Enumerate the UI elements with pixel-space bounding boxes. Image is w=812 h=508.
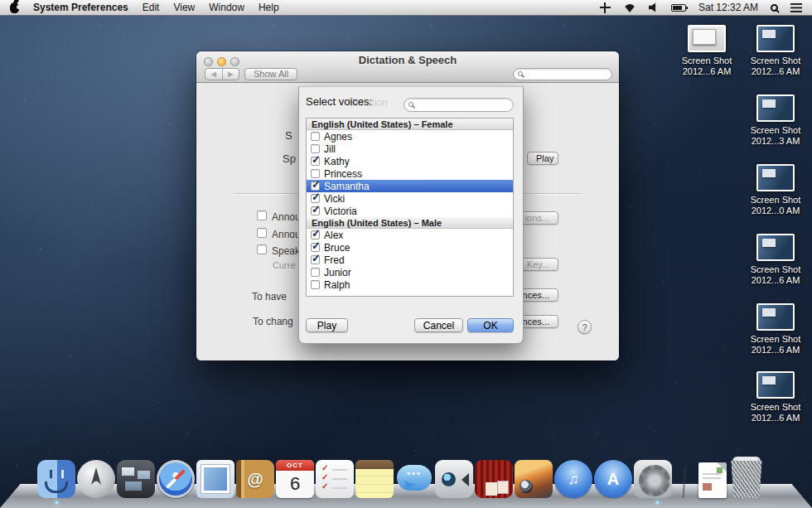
voice-row[interactable]: Princess <box>307 167 513 180</box>
file-thumbnail <box>756 303 795 331</box>
desktop: System Preferences Edit View Window Help… <box>0 0 812 508</box>
checkbox[interactable]: ✓ <box>311 206 320 215</box>
checkbox[interactable]: ✓ <box>311 194 320 203</box>
battery-icon[interactable] <box>671 4 686 12</box>
file-thumbnail <box>756 164 795 191</box>
checkbox[interactable]: ✓ <box>311 255 320 264</box>
voice-row[interactable]: ✓Victoria <box>307 205 513 217</box>
voice-row[interactable]: Agnes <box>307 130 513 143</box>
toolbar-search-field[interactable] <box>513 68 612 80</box>
dock-reminders-icon[interactable] <box>316 460 354 498</box>
window-titlebar[interactable]: Dictation & Speech ◀ ▶ Show All <box>196 51 619 83</box>
dock-finder-icon[interactable] <box>37 460 75 498</box>
calendar-day: 6 <box>276 471 314 496</box>
dock-system-preferences-icon[interactable] <box>634 460 672 498</box>
checkbox[interactable] <box>311 132 320 141</box>
checkbox[interactable]: ✓ <box>311 181 320 191</box>
file-thumbnail <box>756 94 795 122</box>
status-menus: Sat 12:32 AM <box>600 0 802 15</box>
obscured-checkbox[interactable] <box>257 210 267 220</box>
forward-icon[interactable]: ▶ <box>223 69 239 80</box>
wifi-icon[interactable] <box>623 4 636 19</box>
checkbox[interactable] <box>311 268 320 277</box>
dock-trash-icon[interactable] <box>730 457 763 498</box>
file-label: Screen Shot2012...0 AM <box>743 195 808 216</box>
voice-search-field[interactable] <box>404 98 514 112</box>
menu-help[interactable]: Help <box>259 2 279 13</box>
sheet-play-button[interactable]: Play <box>306 318 348 332</box>
search-icon <box>518 71 523 76</box>
voice-row[interactable]: ✓Kathy <box>307 155 513 167</box>
a-glyph: A <box>594 460 632 498</box>
dock-messages-icon[interactable]: ••• <box>395 460 433 498</box>
desktop-file-icon[interactable]: Screen Shot2012...3 AM <box>743 94 808 147</box>
dock-launchpad-icon[interactable] <box>77 460 115 498</box>
dock-contacts-icon[interactable]: @ <box>236 460 274 498</box>
dock-safari-icon[interactable] <box>157 460 195 498</box>
voice-row-selected[interactable]: ✓Samantha <box>307 180 513 192</box>
dock-document-icon[interactable] <box>698 462 727 498</box>
music-note-glyph: ♫ <box>554 460 592 498</box>
cancel-button[interactable]: Cancel <box>414 318 463 332</box>
obscured-checkbox[interactable] <box>257 228 267 238</box>
ellipsis-glyph: ••• <box>395 468 433 478</box>
checkbox[interactable] <box>311 169 320 178</box>
desktop-file-icon[interactable]: Screen Shot2012...6 AM <box>743 371 808 423</box>
play-voice-button[interactable]: Play <box>527 152 558 165</box>
menu-bar: System Preferences Edit View Window Help… <box>0 0 812 16</box>
dock-notes-icon[interactable] <box>355 460 394 498</box>
voice-row[interactable]: ✓Alex <box>307 229 513 241</box>
voice-name: Princess <box>324 168 362 180</box>
desktop-file-icon[interactable]: Screen Shot2012...0 AM <box>743 164 808 216</box>
dock-iphoto-icon[interactable] <box>515 460 553 498</box>
apple-menu-icon[interactable] <box>10 2 19 13</box>
dock-mission-control-icon[interactable] <box>117 460 155 498</box>
checkbox[interactable]: ✓ <box>311 243 320 252</box>
spotlight-icon[interactable] <box>771 4 778 12</box>
voice-row[interactable]: Junior <box>307 266 513 278</box>
ok-button[interactable]: OK <box>467 318 514 332</box>
voice-name: Agnes <box>324 131 352 143</box>
file-label: Screen Shot2012...3 AM <box>743 125 808 147</box>
obscured-checkbox[interactable] <box>257 244 267 254</box>
voice-row[interactable]: ✓Fred <box>307 254 513 266</box>
search-icon <box>408 102 413 107</box>
dock-calendar-icon[interactable]: OCT6 <box>276 460 314 498</box>
app-menu-title[interactable]: System Preferences <box>33 2 128 13</box>
checkbox[interactable]: ✓ <box>311 157 320 166</box>
checkbox[interactable]: ✓ <box>311 230 320 239</box>
menu-edit[interactable]: Edit <box>143 2 160 13</box>
desktop-file-icon[interactable]: Screen Shot2012...6 AM <box>674 25 739 77</box>
desktop-file-icon[interactable]: Screen Shot2012...6 AM <box>743 25 808 77</box>
voice-name: Vicki <box>324 193 345 205</box>
notification-center-icon[interactable] <box>790 3 802 12</box>
menu-view[interactable]: View <box>173 2 195 13</box>
dock-mail-icon[interactable] <box>196 460 234 498</box>
show-all-button[interactable]: Show All <box>244 68 297 80</box>
voice-row[interactable]: ✓Bruce <box>307 241 513 254</box>
desktop-file-icon[interactable]: Screen Shot2012...6 AM <box>743 234 808 286</box>
volume-icon[interactable] <box>649 2 659 12</box>
desktop-file-icon[interactable]: Screen Shot2012...6 AM <box>743 303 808 356</box>
move-arrows-icon[interactable] <box>600 2 611 13</box>
dock-app-store-icon[interactable]: A <box>594 460 632 498</box>
voice-name: Victoria <box>324 206 357 217</box>
checkbox[interactable] <box>311 280 320 289</box>
obscured-text: To have <box>252 291 287 302</box>
dock-itunes-icon[interactable]: ♫ <box>554 460 592 498</box>
voice-name: Fred <box>324 254 345 266</box>
voice-row[interactable]: Jill <box>307 143 513 155</box>
dock-photo-booth-icon[interactable] <box>475 460 513 498</box>
voice-row[interactable]: ✓Vicki <box>307 192 513 205</box>
dock-facetime-icon[interactable] <box>435 460 473 498</box>
menu-window[interactable]: Window <box>209 2 244 13</box>
voice-name: Samantha <box>324 181 370 192</box>
checkbox[interactable] <box>311 144 320 153</box>
voice-list[interactable]: English (United States) – Female Agnes J… <box>306 118 514 297</box>
window-title: Dictation & Speech <box>196 54 619 66</box>
nav-back-forward[interactable]: ◀ ▶ <box>205 68 239 80</box>
menu-clock[interactable]: Sat 12:32 AM <box>698 2 758 13</box>
back-icon[interactable]: ◀ <box>205 69 223 80</box>
help-button[interactable]: ? <box>578 320 592 334</box>
voice-row[interactable]: Ralph <box>307 278 513 291</box>
